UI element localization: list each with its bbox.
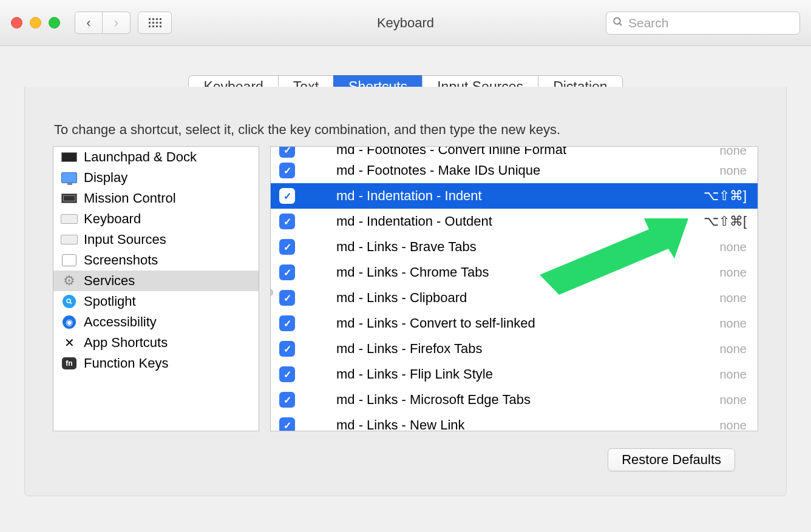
service-shortcut[interactable]: none — [720, 266, 747, 280]
service-shortcut[interactable]: none — [720, 164, 747, 178]
service-row[interactable]: ✓md - Indentation - Indent⌥⇧⌘] — [271, 183, 758, 209]
sidebar-item-accessibility[interactable]: ◉Accessibility — [53, 312, 259, 332]
instruction-text: To change a shortcut, select it, click t… — [25, 122, 786, 146]
sidebar-item-label: App Shortcuts — [84, 335, 168, 351]
nav-buttons: ‹ › — [75, 12, 131, 34]
service-label: md - Links - Clipboard — [336, 290, 720, 306]
service-checkbox[interactable]: ✓ — [279, 214, 295, 229]
service-shortcut[interactable]: none — [720, 240, 747, 254]
sidebar-item-function-keys[interactable]: fnFunction Keys — [53, 353, 259, 374]
service-checkbox[interactable]: ✓ — [279, 366, 295, 382]
service-label: md - Footnotes - Convert Inline Format — [336, 147, 720, 158]
service-row[interactable]: ✓md - Links - Microsoft Edge Tabsnone — [271, 387, 758, 412]
service-row[interactable]: ✓md - Links - Convert to self-linkednone — [271, 311, 758, 336]
service-checkbox[interactable]: ✓ — [279, 290, 295, 306]
sidebar-item-spotlight[interactable]: Spotlight — [53, 291, 259, 312]
back-button[interactable]: ‹ — [75, 12, 103, 34]
sidebar-item-input-sources[interactable]: Input Sources — [53, 229, 259, 250]
service-shortcut[interactable]: ⌥⇧⌘] — [704, 188, 747, 204]
sidebar-item-label: Display — [84, 170, 127, 186]
service-row[interactable]: ✓md - Links - New Linknone — [271, 412, 758, 431]
service-shortcut[interactable]: none — [720, 368, 747, 382]
forward-button[interactable]: › — [103, 12, 131, 34]
restore-defaults-button[interactable]: Restore Defaults — [608, 448, 735, 471]
chevron-right-icon: › — [114, 15, 118, 31]
sidebar-item-screenshots[interactable]: Screenshots — [53, 250, 259, 271]
grid-icon — [149, 18, 161, 27]
service-label: md - Links - Brave Tabs — [336, 239, 720, 255]
accessibility-icon: ◉ — [61, 315, 78, 329]
service-shortcut[interactable]: none — [720, 342, 747, 356]
launchpad-dock-icon — [61, 150, 78, 164]
service-row[interactable]: ✓md - Links - Chrome Tabsnone — [271, 260, 758, 285]
content-panel: To change a shortcut, select it, click t… — [24, 87, 787, 496]
service-row[interactable]: ✓md - Indentation - Outdent⌥⇧⌘[ — [271, 209, 758, 234]
sidebar-item-label: Input Sources — [84, 232, 166, 247]
service-shortcut[interactable]: none — [720, 393, 747, 407]
service-shortcut[interactable]: none — [720, 317, 747, 331]
app-shortcuts-icon: ✕ — [61, 335, 78, 350]
search-placeholder: Search — [628, 16, 669, 30]
chevron-left-icon: ‹ — [86, 15, 90, 31]
service-checkbox[interactable]: ✓ — [279, 315, 295, 331]
service-checkbox[interactable]: ✓ — [279, 341, 295, 357]
search-input[interactable]: Search — [606, 12, 800, 35]
service-checkbox[interactable]: ✓ — [279, 264, 295, 280]
sidebar-item-keyboard[interactable]: Keyboard — [53, 209, 259, 229]
service-shortcut[interactable]: none — [720, 147, 747, 158]
traffic-lights — [11, 17, 60, 29]
service-label: md - Links - Chrome Tabs — [336, 264, 720, 280]
service-shortcut[interactable]: none — [720, 291, 747, 305]
service-checkbox[interactable]: ✓ — [279, 188, 295, 204]
service-row[interactable]: ✓md - Links - Firefox Tabsnone — [271, 336, 758, 362]
service-row[interactable]: ✓md - Links - Flip Link Stylenone — [271, 362, 758, 387]
service-shortcut[interactable]: none — [720, 419, 747, 432]
sidebar-item-label: Accessibility — [84, 314, 157, 330]
service-label: md - Links - Convert to self-linked — [336, 315, 720, 331]
window-title: Keyboard — [377, 15, 434, 31]
svg-line-3 — [70, 302, 72, 304]
service-checkbox[interactable]: ✓ — [279, 392, 295, 408]
service-checkbox[interactable]: ✓ — [279, 239, 295, 255]
sidebar-item-label: Launchpad & Dock — [84, 149, 197, 165]
input-sources-icon — [61, 232, 78, 247]
sidebar-item-label: Function Keys — [84, 355, 168, 371]
service-checkbox[interactable]: ✓ — [279, 417, 295, 431]
svg-point-0 — [614, 18, 620, 24]
svg-line-1 — [619, 23, 622, 25]
zoom-window-button[interactable] — [49, 17, 60, 29]
service-label: md - Links - New Link — [336, 417, 720, 431]
keyboard-icon — [61, 212, 78, 226]
sidebar-item-label: Spotlight — [84, 294, 136, 309]
screenshots-icon — [61, 253, 78, 268]
sidebar-item-label: Services — [84, 273, 135, 289]
sidebar-item-app-shortcuts[interactable]: ✕App Shortcuts — [53, 332, 259, 353]
shortcut-list: ✓md - Footnotes - Convert Inline Formatn… — [270, 146, 758, 431]
service-row[interactable]: ✓md - Links - Clipboardnone — [271, 285, 758, 311]
service-row[interactable]: ✓md - Links - Brave Tabsnone — [271, 234, 758, 260]
service-checkbox[interactable]: ✓ — [279, 147, 295, 158]
function-keys-icon: fn — [61, 356, 78, 371]
service-label: md - Links - Firefox Tabs — [336, 341, 720, 357]
close-window-button[interactable] — [11, 17, 22, 29]
service-label: md - Indentation - Indent — [336, 188, 704, 204]
sidebar-item-display[interactable]: Display — [53, 167, 259, 188]
sidebar-item-mission-control[interactable]: Mission Control — [53, 188, 259, 209]
services-icon: ⚙︎ — [61, 274, 78, 288]
spotlight-icon — [61, 294, 78, 309]
show-all-button[interactable] — [138, 12, 172, 34]
sidebar-item-label: Keyboard — [84, 211, 141, 227]
sidebar-item-launchpad-dock[interactable]: Launchpad & Dock — [53, 147, 259, 167]
minimize-window-button[interactable] — [30, 17, 41, 29]
sidebar-item-label: Screenshots — [84, 252, 158, 268]
service-label: md - Footnotes - Make IDs Unique — [336, 163, 720, 178]
service-shortcut[interactable]: ⌥⇧⌘[ — [704, 214, 747, 229]
service-label: md - Links - Flip Link Style — [336, 366, 720, 382]
mission-control-icon — [61, 191, 78, 206]
service-row[interactable]: ✓md - Footnotes - Convert Inline Formatn… — [271, 147, 758, 158]
sidebar-item-services[interactable]: ⚙︎Services — [53, 271, 259, 291]
service-row[interactable]: ✓md - Footnotes - Make IDs Uniquenone — [271, 158, 758, 183]
service-checkbox[interactable]: ✓ — [279, 163, 295, 178]
service-label: md - Links - Microsoft Edge Tabs — [336, 392, 720, 408]
search-icon — [612, 16, 623, 30]
